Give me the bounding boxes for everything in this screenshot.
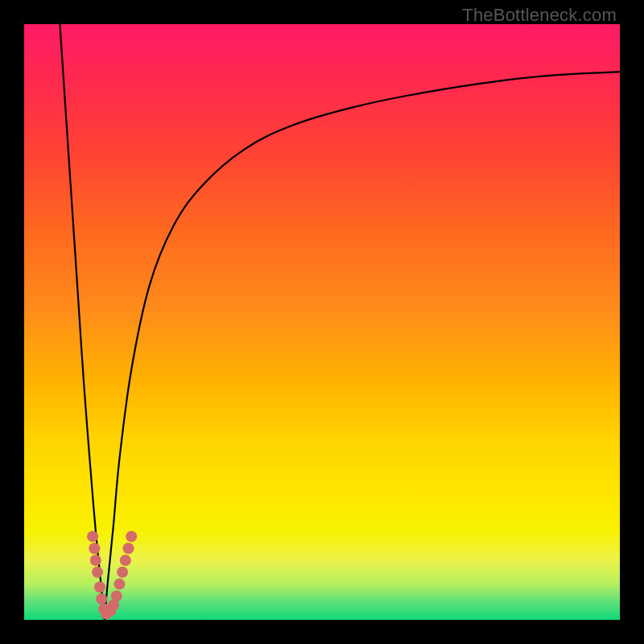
chart-frame: TheBottleneck.com [0, 0, 644, 644]
watermark-text: TheBottleneck.com [462, 5, 617, 26]
valley-dot [126, 530, 137, 542]
valley-dot [89, 543, 100, 554]
curves-layer [24, 24, 620, 620]
valley-dot [117, 567, 128, 578]
valley-dot [94, 581, 105, 592]
curve-left-branch [60, 24, 104, 620]
valley-dot [87, 530, 98, 542]
valley-dot [120, 555, 131, 566]
valley-dot [123, 543, 134, 554]
valley-dot [111, 590, 122, 601]
plot-area [24, 24, 620, 620]
valley-dot [90, 555, 101, 566]
curve-right-branch [105, 72, 620, 620]
valley-dot [92, 567, 103, 578]
valley-dot [114, 579, 125, 590]
valley-dot [96, 593, 107, 605]
